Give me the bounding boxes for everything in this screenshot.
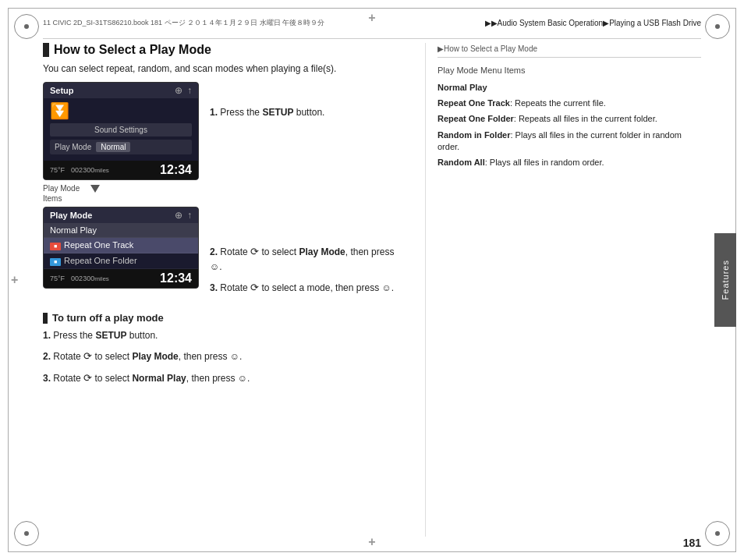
arrow-down-icon: [90, 185, 100, 193]
between-screens: Play Mode Items: [43, 183, 199, 204]
turnoff-title: To turn off a play mode: [52, 312, 164, 324]
screen-2-menu: Normal Play ■Repeat One Track ■Repeat On…: [44, 223, 198, 269]
turnoff-bar: [43, 313, 48, 324]
screen-1-title: Setup: [50, 86, 74, 95]
screen-1: Setup ⊕ ↑ ⏬ Sound Settings Play Mode: [43, 82, 199, 180]
play-mode-row: Play Mode Normal: [50, 140, 192, 154]
rotate-sym-t2: ⟳: [83, 349, 92, 364]
usb-symbol: ⏬: [50, 101, 69, 120]
steps-area: 1. Press the SETUP button. 2. Rotate ⟳ t…: [210, 82, 409, 301]
screen2-icon2: ↑: [187, 210, 192, 221]
screen-2-header: Play Mode ⊕ ↑: [44, 207, 198, 223]
screen-1-icons: ⊕ ↑: [175, 85, 192, 96]
header-right-text: ▶▶Audio System Basic Operation▶Playing a…: [485, 19, 701, 27]
play-mode-label: Play Mode: [55, 143, 91, 151]
screen-1-footer: 75°F 002300miles 12:34: [44, 161, 198, 179]
screen-2-icons: ⊕ ↑: [175, 210, 192, 221]
page-number: 181: [683, 537, 701, 549]
sound-settings-row: Sound Settings: [50, 123, 192, 136]
step-3: 3. Rotate ⟳ to select a mode, then press…: [210, 280, 409, 296]
section-title: How to Select a Play Mode: [54, 43, 211, 57]
footer-odo-2: 002300miles: [71, 275, 109, 282]
right-item-normal: Normal Play: [438, 82, 701, 94]
screen-2-footer: 75°F 002300miles 12:34: [44, 269, 198, 288]
press-sym-2: ☺: [210, 260, 219, 274]
step-1: 1. Press the SETUP button.: [210, 105, 409, 119]
footer-odo-1: 002300miles: [71, 166, 109, 174]
press-sym-t2: ☺: [230, 349, 239, 363]
turnoff-step-3: 3. Rotate ⟳ to select Normal Play, then …: [43, 370, 409, 386]
screen-1-header: Setup ⊕ ↑: [44, 83, 198, 98]
features-label: Features: [721, 260, 730, 299]
footer-time-2: 12:34: [160, 271, 192, 285]
press-sym-t3: ☺: [238, 371, 247, 385]
footer-temp-1: 75°F: [50, 166, 65, 174]
section-heading: How to Select a Play Mode: [43, 43, 409, 57]
repeat-track-icon: ■: [50, 243, 61, 250]
wifi-icon: ↑: [187, 85, 192, 96]
bluetooth-icon: ⊕: [175, 85, 182, 96]
intro-text: You can select repeat, random, and scan …: [43, 63, 409, 74]
left-column: How to Select a Play Mode You can select…: [43, 43, 425, 537]
main-content: How to Select a Play Mode You can select…: [43, 43, 701, 537]
menu-item-normal: Normal Play: [44, 223, 198, 238]
press-sym-3: ☺: [381, 281, 391, 295]
screen-2-title: Play Mode: [50, 211, 92, 220]
header-left-text: 11 CIVIC 2D_SI-31TS86210.book 181 ページ ２０…: [43, 18, 485, 28]
turnoff-step-1: 1. Press the SETUP button.: [43, 328, 409, 342]
turnoff-section: To turn off a play mode 1. Press the SET…: [43, 312, 409, 385]
menu-item-repeat-track: ■Repeat One Track: [44, 238, 198, 253]
turnoff-heading: To turn off a play mode: [43, 312, 409, 324]
rotate-sym-t3: ⟳: [83, 370, 92, 386]
footer-temp-2: 75°F: [50, 275, 65, 282]
step-2: 2. Rotate ⟳ to select Play Mode, then pr…: [210, 244, 409, 274]
right-panel-subheading: Play Mode Menu Items: [438, 64, 701, 77]
rotate-sym-3: ⟳: [250, 280, 259, 296]
right-item-repeat-track: Repeat One Track: Repeats the current fi…: [438, 97, 701, 109]
right-item-random-folder: Random in Folder: Plays all files in the…: [438, 129, 701, 154]
rotate-sym-2: ⟳: [250, 244, 259, 260]
page-header: 11 CIVIC 2D_SI-31TS86210.book 181 ページ ２０…: [43, 8, 701, 39]
screens-area: Setup ⊕ ↑ ⏬ Sound Settings Play Mode: [43, 82, 199, 301]
menu-item-repeat-folder: ■Repeat One Folder: [44, 253, 198, 269]
play-mode-items-label: Play Mode Items: [43, 183, 80, 204]
screen-2: Play Mode ⊕ ↑ Normal Play ■Repeat One Tr…: [43, 207, 199, 289]
screen-1-body: ⏬ Sound Settings Play Mode Normal: [44, 98, 198, 161]
header-breadcrumb-suffix: USB Flash Drive: [643, 19, 701, 27]
repeat-folder-icon: ■: [50, 258, 61, 266]
screen-1-usb-row: ⏬: [50, 101, 192, 120]
play-mode-value: Normal: [96, 142, 130, 152]
header-breadcrumb-prefix: ▶▶Audio System Basic Operation▶Playing a: [485, 19, 644, 27]
right-panel-header: ▶How to Select a Play Mode: [438, 43, 701, 58]
turnoff-step-2: 2. Rotate ⟳ to select Play Mode, then pr…: [43, 349, 409, 364]
right-column: ▶How to Select a Play Mode Play Mode Men…: [425, 43, 701, 537]
footer-time-1: 12:34: [160, 163, 192, 177]
features-sidebar: Features: [714, 233, 736, 327]
right-item-repeat-folder: Repeat One Folder: Repeats all files in …: [438, 113, 701, 125]
heading-bar: [43, 43, 49, 57]
right-item-random-all: Random All: Plays all files in random or…: [438, 157, 701, 168]
screen2-icon: ⊕: [175, 210, 182, 221]
